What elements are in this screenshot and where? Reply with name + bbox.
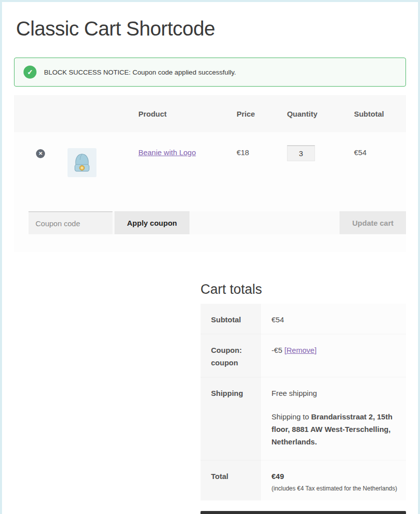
cart-collaterals: Cart totals Subtotal €54 Coupon: coupon …	[200, 281, 406, 514]
coupon-code-input[interactable]	[28, 211, 112, 234]
cart-actions-row: Apply coupon Update cart	[14, 195, 406, 252]
cart-table-header-row: Product Price Quantity Subtotal	[14, 95, 406, 132]
shipping-label: Shipping	[200, 377, 261, 460]
product-price-cell: €18	[222, 132, 272, 195]
shipping-destination: Shipping to Brandarisstraat 2, 15th floo…	[272, 410, 398, 448]
cart-actions-bar: Apply coupon Update cart	[28, 211, 406, 234]
remove-item-cell: ✕	[14, 132, 53, 195]
coupon-row: Coupon: coupon -€5 [Remove]	[200, 334, 406, 377]
coupon-label: Coupon: coupon	[200, 334, 261, 377]
page-title: Classic Cart Shortcode	[16, 17, 406, 40]
cart-page: Classic Cart Shortcode ✓ BLOCK SUCCESS N…	[2, 17, 418, 514]
cart-totals-heading: Cart totals	[200, 281, 406, 297]
cart-table: Product Price Quantity Subtotal ✕	[14, 95, 406, 252]
shipping-method: Free shipping	[272, 389, 317, 397]
remove-coupon-link[interactable]: [Remove]	[284, 346, 316, 354]
product-column-header: Product	[124, 95, 222, 132]
beanie-image	[72, 152, 92, 173]
shipping-to-prefix: Shipping to	[272, 412, 311, 421]
success-notice: ✓ BLOCK SUCCESS NOTICE: Coupon code appl…	[14, 58, 406, 87]
product-quantity-cell	[272, 132, 340, 195]
product-name-cell: Beanie with Logo	[124, 132, 222, 195]
tax-note: (includes €4 Tax estimated for the Nethe…	[272, 484, 398, 492]
remove-item-icon[interactable]: ✕	[36, 149, 45, 158]
subtotal-label: Subtotal	[200, 304, 261, 334]
cart-actions-cell: Apply coupon Update cart	[14, 195, 406, 252]
quantity-input[interactable]	[287, 145, 315, 161]
update-cart-button[interactable]: Update cart	[340, 211, 406, 234]
product-thumbnail[interactable]	[68, 148, 96, 177]
cart-item-row: ✕ Beanie with Logo	[14, 132, 406, 195]
remove-column-header	[14, 95, 53, 132]
thumbnail-column-header	[53, 95, 124, 132]
shipping-value-cell: Free shipping Shipping to Brandarisstraa…	[261, 377, 406, 460]
coupon-discount-value: -€5	[272, 346, 282, 354]
success-notice-text: BLOCK SUCCESS NOTICE: Coupon code applie…	[44, 69, 236, 76]
success-check-icon: ✓	[24, 66, 36, 79]
subtotal-column-header: Subtotal	[340, 95, 406, 132]
price-column-header: Price	[222, 95, 272, 132]
quantity-column-header: Quantity	[272, 95, 340, 132]
total-row: Total €49 (includes €4 Tax estimated for…	[200, 460, 406, 501]
subtotal-row: Subtotal €54	[200, 304, 406, 334]
proceed-to-checkout-button[interactable]: Proceed to checkout →	[200, 511, 406, 514]
cart-totals-table: Subtotal €54 Coupon: coupon -€5 [Remove]…	[200, 304, 406, 500]
product-thumbnail-cell	[53, 132, 124, 195]
product-subtotal-cell: €54	[340, 132, 406, 195]
apply-coupon-button[interactable]: Apply coupon	[114, 211, 190, 234]
total-label: Total	[200, 460, 261, 501]
subtotal-value: €54	[261, 304, 406, 334]
coupon-value-cell: -€5 [Remove]	[261, 334, 406, 377]
product-name-link[interactable]: Beanie with Logo	[138, 148, 196, 157]
total-amount: €49	[272, 472, 284, 480]
actions-spacer	[190, 211, 340, 234]
total-value-cell: €49 (includes €4 Tax estimated for the N…	[261, 460, 406, 501]
shipping-row: Shipping Free shipping Shipping to Brand…	[200, 377, 406, 460]
